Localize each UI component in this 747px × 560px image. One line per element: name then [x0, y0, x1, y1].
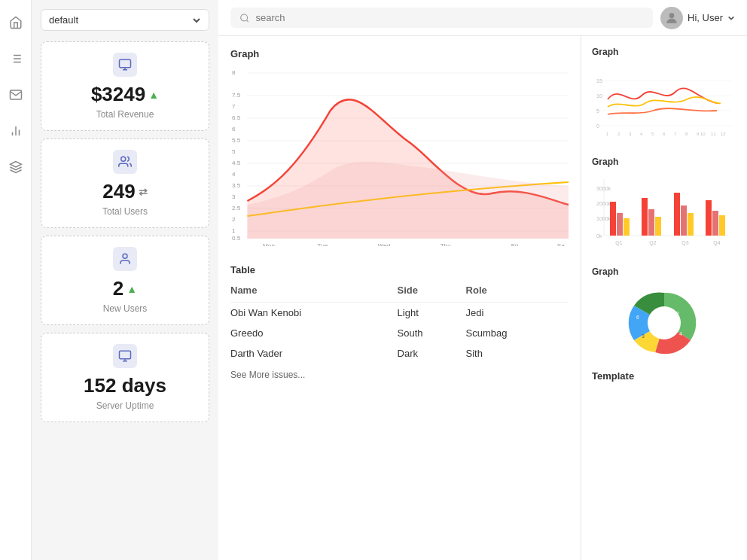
- svg-text:9 10: 9 10: [697, 132, 706, 136]
- new-users-value: 2 ▲: [113, 277, 137, 300]
- svg-text:Thu: Thu: [441, 242, 451, 246]
- svg-text:Wed: Wed: [378, 242, 391, 246]
- table-row: Darth Vader Dark Sith: [230, 343, 569, 364]
- small-graph-donut-title: Graph: [592, 266, 736, 277]
- svg-rect-77: [617, 213, 623, 236]
- svg-text:2000k: 2000k: [596, 201, 611, 206]
- total-users-value: 249 ⇄: [102, 180, 147, 203]
- svg-text:2: 2: [617, 132, 620, 136]
- sidebar-item-home[interactable]: [5, 12, 26, 33]
- small-line-chart-svg: 0 5 10 15 1 2 3 4 5 6 7: [592, 62, 736, 137]
- svg-text:Q4: Q4: [713, 240, 720, 246]
- svg-text:4: 4: [232, 171, 236, 178]
- svg-point-13: [121, 157, 126, 161]
- svg-text:7: 7: [232, 103, 236, 110]
- row-side: Light: [398, 303, 466, 324]
- small-bar-chart-svg: 0k 1000k 2000k 3000k: [592, 172, 736, 247]
- svg-text:4: 4: [640, 132, 643, 136]
- col-role: Role: [466, 282, 569, 303]
- table-row: Obi Wan Kenobi Light Jedi: [230, 303, 569, 324]
- svg-text:4.5: 4.5: [232, 160, 241, 166]
- svg-text:4: 4: [679, 331, 682, 336]
- svg-rect-81: [655, 217, 661, 236]
- users-icon: [113, 150, 137, 174]
- svg-text:Mon: Mon: [263, 242, 275, 246]
- see-more-link[interactable]: See More issues...: [230, 370, 569, 380]
- svg-text:6: 6: [663, 132, 666, 136]
- svg-rect-79: [642, 198, 648, 236]
- small-graph-bar: Graph 0k 1000k 2000k 3000k: [592, 157, 736, 250]
- total-revenue-value: $3249 ▲: [91, 83, 159, 106]
- svg-text:7.5: 7.5: [232, 92, 241, 99]
- svg-text:15: 15: [596, 78, 602, 84]
- server-uptime-value: 152 days: [84, 374, 166, 397]
- svg-point-14: [123, 254, 127, 258]
- dropdown-value: default: [49, 14, 78, 26]
- chevron-down-icon: [192, 16, 201, 25]
- stat-card-new-users: 2 ▲ New Users: [41, 236, 209, 325]
- row-role: Sith: [466, 343, 569, 364]
- search-icon: [239, 13, 249, 23]
- svg-text:8: 8: [685, 132, 688, 136]
- area-chart-svg: 8 7.5 7 6.5 6 5.5 5 4.5 4 3.5 3 2.5 2 1 …: [230, 65, 569, 246]
- svg-rect-15: [120, 351, 131, 359]
- svg-text:12: 12: [721, 132, 726, 136]
- svg-text:3: 3: [232, 193, 236, 200]
- search-input[interactable]: [255, 12, 644, 23]
- svg-rect-84: [688, 213, 694, 236]
- svg-text:3000k: 3000k: [596, 186, 611, 191]
- svg-text:Q3: Q3: [681, 240, 688, 246]
- svg-text:6.5: 6.5: [232, 114, 241, 121]
- sidebar-item-mail[interactable]: [5, 84, 26, 105]
- svg-text:Q1: Q1: [615, 240, 622, 246]
- sidebar-item-list[interactable]: [5, 48, 26, 69]
- svg-line-19: [246, 20, 248, 21]
- monitor-icon: [113, 53, 137, 77]
- right-panel: Graph 0 5 10 15 1: [581, 36, 747, 560]
- search-box[interactable]: [230, 8, 653, 28]
- svg-text:1: 1: [606, 132, 609, 136]
- sidebar-item-layers[interactable]: [5, 157, 26, 178]
- small-graph-line-title: Graph: [592, 47, 736, 57]
- svg-text:3.5: 3.5: [232, 182, 241, 189]
- row-role: Scumbag: [466, 323, 569, 343]
- main-area: Hi, User Graph 8 7.5 7: [218, 0, 747, 560]
- stat-card-total-users: 249 ⇄ Total Users: [41, 138, 209, 228]
- svg-rect-82: [674, 193, 680, 236]
- person-icon: [113, 247, 137, 271]
- svg-rect-83: [681, 205, 687, 236]
- monitor2-icon: [113, 344, 137, 368]
- table-row: Greedo South Scumbag: [230, 323, 569, 343]
- template-label: Template: [592, 370, 736, 382]
- row-name: Greedo: [230, 323, 398, 343]
- avatar: [660, 7, 683, 29]
- sidebar-nav: [0, 0, 32, 560]
- svg-rect-76: [610, 202, 616, 236]
- svg-text:3: 3: [629, 132, 632, 136]
- trend-up-icon-2: ▲: [127, 283, 137, 295]
- donut-chart-svg: 2 4 3 6: [592, 282, 736, 364]
- svg-text:5: 5: [651, 132, 654, 136]
- svg-text:Fri: Fri: [511, 242, 519, 246]
- svg-text:6: 6: [636, 315, 639, 320]
- server-uptime-label: Server Uptime: [96, 400, 154, 411]
- default-dropdown[interactable]: default: [41, 9, 209, 31]
- sidebar-item-chart[interactable]: [5, 120, 26, 142]
- svg-rect-85: [706, 200, 712, 236]
- svg-text:0k: 0k: [596, 233, 602, 239]
- data-table: Name Side Role Obi Wan Kenobi Light Jedi…: [230, 282, 569, 364]
- svg-rect-87: [719, 215, 725, 236]
- stat-card-server-uptime: 152 days Server Uptime: [41, 333, 209, 422]
- svg-marker-9: [10, 162, 21, 168]
- col-side: Side: [398, 282, 466, 303]
- svg-text:2.5: 2.5: [232, 205, 241, 212]
- svg-text:5: 5: [232, 148, 236, 155]
- svg-text:Sa: Sa: [557, 242, 565, 246]
- user-area[interactable]: Hi, User: [660, 7, 735, 29]
- new-users-label: New Users: [103, 303, 148, 314]
- svg-text:6: 6: [232, 126, 236, 132]
- col-name: Name: [230, 282, 398, 303]
- svg-text:8: 8: [232, 69, 236, 76]
- svg-text:0.5: 0.5: [232, 235, 241, 242]
- user-chevron-icon: [727, 14, 735, 22]
